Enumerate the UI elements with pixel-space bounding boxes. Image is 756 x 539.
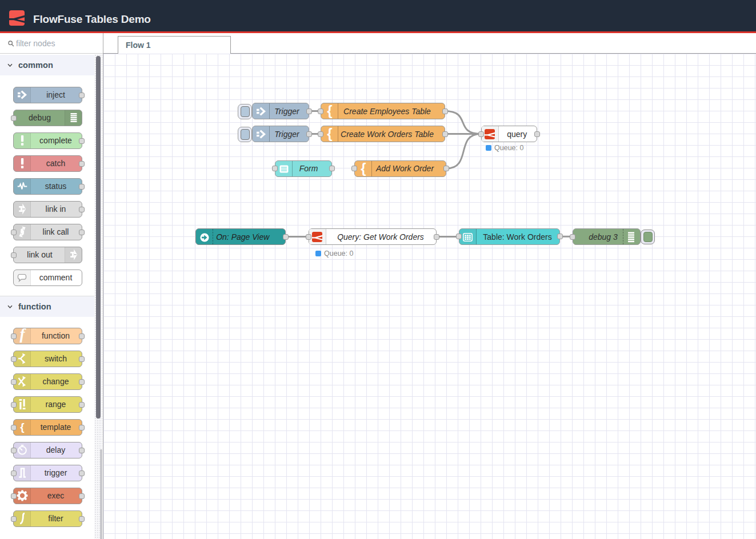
svg-text:f: f <box>19 328 26 343</box>
svg-text:{: { <box>20 421 24 433</box>
svg-text:{: { <box>361 162 366 176</box>
svg-text:{: { <box>327 127 332 141</box>
svg-text:{: { <box>327 104 332 118</box>
